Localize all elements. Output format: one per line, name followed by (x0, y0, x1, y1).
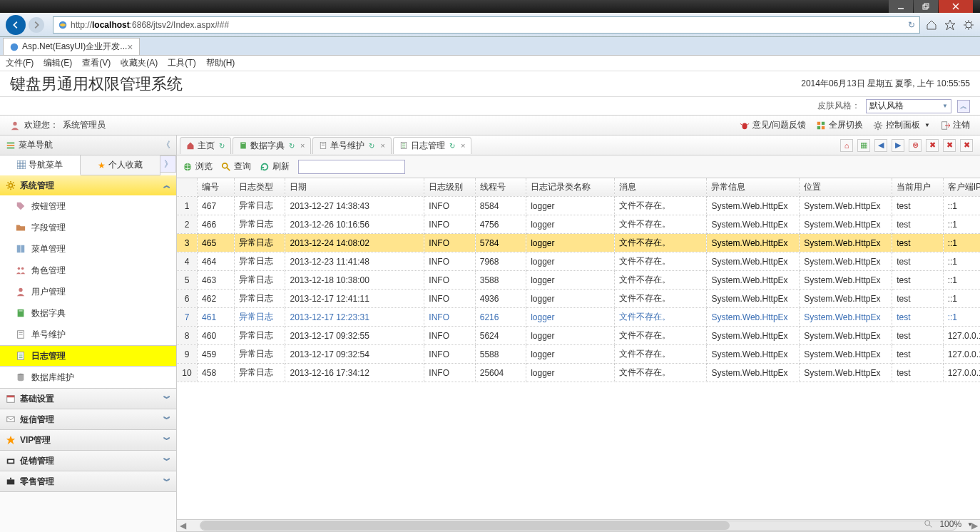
table-row[interactable]: 4 464异常日志2013-12-23 11:41:48 INFO7968log… (177, 252, 980, 271)
horizontal-scrollbar[interactable]: ◀ ▶ (177, 519, 980, 532)
accordion-header[interactable]: 基础设置︾ (0, 389, 176, 409)
table-row[interactable]: 1 467异常日志2013-12-27 14:38:43 INFO8584log… (177, 197, 980, 215)
column-header[interactable]: 位置 (800, 178, 892, 197)
globe-icon (183, 162, 193, 172)
tabtool-x3-icon[interactable]: ✖ (960, 139, 973, 152)
refresh-button[interactable]: 刷新 (260, 160, 290, 173)
close-icon[interactable]: × (461, 141, 465, 150)
menu-item[interactable]: 字段管理 (0, 217, 176, 238)
menu-item[interactable]: 数据库维护 (0, 367, 176, 388)
refresh-icon[interactable]: ↻ (219, 142, 225, 150)
refresh-icon[interactable]: ↻ (449, 142, 455, 150)
menu-item[interactable]: 角色管理 (0, 260, 176, 281)
column-header[interactable]: 当前用户 (892, 178, 943, 197)
tabtool-x2-icon[interactable]: ✖ (943, 139, 956, 152)
browser-tab-title: Asp.Net(EasyUI)企业开发... (22, 41, 127, 53)
table-row[interactable]: 10 458异常日志2013-12-16 17:34:12 INFO25604l… (177, 364, 980, 382)
tabtool-close-icon[interactable]: ⊗ (909, 139, 922, 152)
accordion-header[interactable]: 零售管理︾ (0, 471, 176, 491)
scroll-thumb[interactable] (200, 521, 730, 530)
nav-forward-button[interactable] (29, 17, 44, 33)
tabtool-home-icon[interactable]: ⌂ (840, 139, 853, 152)
refresh-icon[interactable]: ↻ (369, 142, 374, 150)
svg-rect-20 (7, 147, 15, 148)
browser-menu-item[interactable]: 文件(F) (6, 57, 34, 69)
search-input[interactable] (298, 160, 405, 174)
tools-icon[interactable] (963, 19, 974, 31)
table-row[interactable]: 8 460异常日志2013-12-17 09:32:55 INFO5624log… (177, 327, 980, 345)
window-minimize-button[interactable] (889, 0, 913, 13)
column-header[interactable]: 日期 (285, 178, 424, 197)
accordion-header[interactable]: 短信管理︾ (0, 409, 176, 429)
svg-rect-14 (817, 126, 820, 128)
sidebar-tab-favorites[interactable]: ★个人收藏 (81, 155, 161, 175)
tab-close-icon[interactable]: × (127, 41, 133, 53)
content-tab[interactable]: 数据字典↻× (233, 137, 311, 154)
column-header[interactable]: 客户端IP地址 (943, 178, 980, 197)
accordion-header[interactable]: 促销管理︾ (0, 451, 176, 471)
menu-item[interactable]: 按钮管理 (0, 195, 176, 217)
refresh-icon[interactable]: ↻ (908, 20, 915, 30)
browse-button[interactable]: 浏览 (183, 160, 213, 173)
column-header[interactable]: 编号 (198, 178, 235, 197)
sidebar-tab-nav[interactable]: 导航菜单 (0, 155, 81, 175)
window-maximize-button[interactable] (914, 0, 938, 13)
control-panel-button[interactable]: 控制面板▼ (873, 119, 930, 131)
browser-menu-item[interactable]: 收藏夹(A) (121, 57, 158, 69)
menu-item[interactable]: 数据字典 (0, 302, 176, 324)
sidebar-collapse-button[interactable]: 《 (162, 139, 170, 151)
search-icon (221, 162, 231, 172)
table-row[interactable]: 2 466异常日志2013-12-26 10:16:56 INFO4756log… (177, 215, 980, 234)
tabtool-grid-icon[interactable]: ▦ (857, 139, 870, 152)
table-row[interactable]: 9 459异常日志2013-12-17 09:32:54 INFO5588log… (177, 345, 980, 364)
browser-menu-item[interactable]: 帮助(H) (206, 57, 235, 69)
tabtool-prev-icon[interactable]: ◀ (874, 139, 887, 152)
fullscreen-button[interactable]: 全屏切换 (816, 119, 863, 131)
tabtool-next-icon[interactable]: ▶ (892, 139, 904, 152)
table-row[interactable]: 6 462异常日志2013-12-17 12:41:11 INFO4936log… (177, 290, 980, 308)
feedback-button[interactable]: 意见/问题反馈 (740, 119, 806, 131)
table-row[interactable]: 3 465异常日志2013-12-24 14:08:02 INFO5784log… (177, 234, 980, 252)
column-header[interactable]: 日志记录类名称 (526, 178, 614, 197)
content-tab[interactable]: 日志管理↻× (393, 137, 471, 154)
menu-item[interactable]: 用户管理 (0, 281, 176, 302)
menu-item[interactable]: 单号维护 (0, 324, 176, 345)
skin-select[interactable]: 默认风格 (866, 99, 951, 113)
url-bar[interactable]: http://localhost:6868/jtsv2/Index.aspx##… (53, 16, 920, 34)
grid-scroll[interactable]: 编号日志类型日期日志级别线程号日志记录类名称消息异常信息位置当前用户客户端IP地… (177, 178, 980, 519)
window-close-button[interactable] (939, 0, 973, 13)
column-header[interactable]: 线程号 (475, 178, 526, 197)
logout-button[interactable]: 注销 (940, 119, 970, 131)
browser-menu-item[interactable]: 编辑(E) (44, 57, 72, 69)
sidebar-accordion: 系统管理︽按钮管理字段管理菜单管理角色管理用户管理数据字典单号维护日志管理数据库… (0, 175, 176, 532)
query-button[interactable]: 查询 (221, 160, 251, 173)
close-icon[interactable]: × (300, 141, 305, 150)
table-row[interactable]: 5 463异常日志2013-12-18 10:38:00 INFO3588log… (177, 271, 980, 290)
close-icon[interactable]: × (380, 141, 384, 150)
menu-item[interactable]: 日志管理 (0, 345, 176, 367)
content-tab[interactable]: 单号维护↻× (312, 137, 391, 154)
column-header[interactable]: 日志类型 (235, 178, 285, 197)
menu-item[interactable]: 菜单管理 (0, 238, 176, 260)
accordion-header[interactable]: VIP管理︾ (0, 430, 176, 450)
column-header[interactable]: 消息 (614, 178, 707, 197)
home-icon[interactable] (926, 19, 937, 31)
browser-menu-item[interactable]: 查看(V) (82, 57, 111, 69)
scroll-left-icon[interactable]: ◀ (177, 521, 188, 531)
svg-point-31 (19, 288, 22, 292)
accordion-header[interactable]: 系统管理︽ (0, 175, 176, 195)
tabtool-x1-icon[interactable]: ✖ (926, 139, 939, 152)
table-row[interactable]: 7 461异常日志2013-12-17 12:23:31 INFO6216log… (177, 308, 980, 327)
collapse-header-button[interactable]: ︽ (957, 100, 970, 113)
sidebar-expand-button[interactable]: 》 (160, 155, 176, 173)
content-tab[interactable]: 主页↻ (180, 137, 231, 154)
zoom-icon[interactable] (924, 519, 934, 529)
column-header[interactable]: 日志级别 (424, 178, 475, 197)
browser-tab[interactable]: Asp.Net(EasyUI)企业开发... × (3, 38, 140, 55)
refresh-icon[interactable]: ↻ (289, 142, 295, 150)
column-header[interactable]: 异常信息 (707, 178, 800, 197)
nav-back-button[interactable] (6, 15, 26, 35)
zoom-dropdown-icon[interactable]: ▼ (967, 521, 973, 528)
favorites-icon[interactable] (944, 19, 956, 31)
browser-menu-item[interactable]: 工具(T) (168, 57, 195, 69)
